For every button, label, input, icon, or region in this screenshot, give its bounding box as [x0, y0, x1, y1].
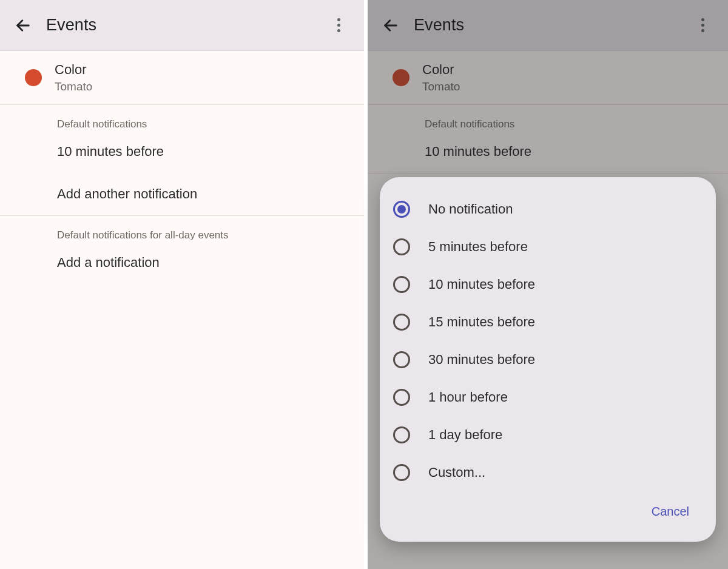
events-settings-screen: Events Color Tomato Default notification… — [0, 0, 364, 569]
arrow-left-icon — [15, 17, 32, 34]
color-row[interactable]: Color Tomato — [0, 51, 364, 104]
screenshot-left: Events Color Tomato Default notification… — [0, 0, 364, 569]
choice-1-hour[interactable]: 1 hour before — [391, 379, 705, 416]
choice-custom[interactable]: Custom... — [391, 454, 705, 491]
allday-notifications-heading: Default notifications for all-day events — [0, 216, 364, 241]
more-vert-icon — [701, 18, 704, 32]
screenshot-right: Events Color Tomato Default notification… — [364, 0, 728, 569]
default-notifications-section: Default notifications 10 minutes before … — [0, 105, 364, 216]
choice-label: Custom... — [428, 465, 485, 480]
cancel-button[interactable]: Cancel — [647, 499, 694, 525]
dialog-actions: Cancel — [391, 491, 705, 536]
choice-label: 1 day before — [428, 427, 502, 443]
choice-5-min[interactable]: 5 minutes before — [391, 228, 705, 266]
radio-selected-icon — [393, 201, 410, 218]
choice-10-min[interactable]: 10 minutes before — [391, 266, 705, 303]
default-notifications-section: Default notifications 10 minutes before — [368, 105, 728, 173]
notification-picker-dialog: No notification 5 minutes before 10 minu… — [380, 177, 716, 542]
page-title: Events — [46, 16, 324, 35]
color-swatch-icon — [25, 69, 42, 86]
choice-no-notification[interactable]: No notification — [391, 190, 705, 228]
color-label: Color — [422, 62, 460, 78]
radio-unselected-icon — [393, 389, 410, 406]
choice-15-min[interactable]: 15 minutes before — [391, 303, 705, 341]
color-value: Tomato — [55, 80, 92, 93]
color-row[interactable]: Color Tomato — [368, 51, 728, 104]
app-bar: Events — [368, 0, 728, 51]
radio-unselected-icon — [393, 351, 410, 368]
back-button[interactable] — [6, 8, 40, 42]
choice-1-day[interactable]: 1 day before — [391, 416, 705, 454]
choice-label: 15 minutes before — [428, 314, 535, 330]
notification-entry[interactable]: 10 minutes before — [368, 130, 728, 173]
radio-unselected-icon — [393, 238, 410, 255]
choice-label: 30 minutes before — [428, 352, 535, 368]
app-bar: Events — [0, 0, 364, 51]
radio-unselected-icon — [393, 426, 410, 443]
choice-label: 5 minutes before — [428, 239, 528, 255]
choice-label: No notification — [428, 201, 513, 217]
color-value: Tomato — [422, 80, 460, 93]
page-title: Events — [414, 16, 688, 35]
radio-unselected-icon — [393, 314, 410, 331]
color-swatch-icon — [393, 69, 410, 86]
add-notification-button[interactable]: Add another notification — [0, 173, 364, 215]
arrow-left-icon — [382, 17, 399, 34]
notification-entry[interactable]: 10 minutes before — [0, 130, 364, 173]
allday-notifications-section: Default notifications for all-day events… — [0, 216, 364, 284]
radio-unselected-icon — [393, 276, 410, 293]
color-section: Color Tomato — [0, 51, 364, 105]
color-label: Color — [55, 62, 92, 78]
overflow-menu-button[interactable] — [324, 11, 353, 40]
add-allday-notification-button[interactable]: Add a notification — [0, 241, 364, 284]
overflow-menu-button[interactable] — [688, 11, 717, 40]
choice-label: 1 hour before — [428, 389, 508, 405]
default-notifications-heading: Default notifications — [0, 105, 364, 130]
more-vert-icon — [337, 18, 340, 32]
radio-unselected-icon — [393, 464, 410, 481]
choice-label: 10 minutes before — [428, 277, 535, 292]
choice-30-min[interactable]: 30 minutes before — [391, 341, 705, 379]
color-section: Color Tomato — [368, 51, 728, 105]
default-notifications-heading: Default notifications — [368, 105, 728, 130]
back-button[interactable] — [374, 8, 408, 42]
